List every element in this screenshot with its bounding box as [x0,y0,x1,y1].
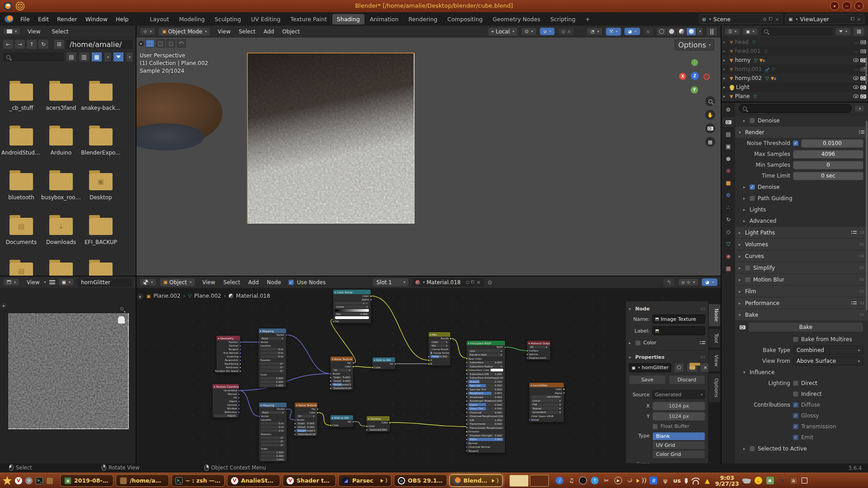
node-row[interactable]: 0 m [259,422,287,425]
material-name-field[interactable]: ▾ Material.018 ⬠ ⧠ × [412,278,484,287]
gizmos-toggle[interactable]: ⤧▾ [606,28,621,36]
properties-options-dropdown[interactable]: ▾ [854,105,864,112]
disclosure-icon[interactable]: ▸ [723,49,728,53]
input-socket[interactable] [466,404,468,406]
unlink-icon[interactable]: × [775,16,779,23]
node-row[interactable]: Emission [467,430,505,434]
node-row[interactable]: Metallic0.335 [467,380,505,384]
go-parent-button[interactable]: ↰ [663,278,675,287]
input-socket[interactable] [330,387,332,389]
task-button-parsec[interactable]: ◢Parsec) [338,474,392,487]
output-socket[interactable] [239,345,241,347]
node-row[interactable]: Subsurface IOR1.400 [467,372,505,376]
proportional-edit-toggle[interactable]: ◎∧ [558,28,574,35]
node-row[interactable]: Alpha1.000 [467,437,505,441]
node-row[interactable]: Repeat▾ [529,407,564,411]
node-row[interactable]: Clearcoat Roughness0.030 [467,414,505,418]
panel-header-curves[interactable]: ▸Curves [735,250,868,262]
node-field[interactable]: Subsurface IOR1.400 [468,372,503,375]
input-socket[interactable] [466,408,468,410]
colorramp-gradient[interactable] [335,309,369,312]
node-field[interactable]: Detail2.000 [332,380,351,382]
n-panel-tab-options[interactable]: Options [708,373,721,402]
node-header[interactable]: ▾ hornGlitter [529,383,564,387]
tab-animation[interactable]: Animation [365,14,403,24]
disclosure-icon[interactable]: ▸ [723,58,728,62]
shade-button[interactable]: ▾ [830,1,839,10]
snap-node-toggle[interactable]: ∪⊹▾ [678,278,699,286]
node-row[interactable]: Linear▾ [529,399,564,403]
task-button--zsh-k-[interactable]: >_~ : zsh — K... [171,474,225,487]
shader-menu-node[interactable]: Node [263,277,285,287]
panel-header-volumes[interactable]: ▸Volumes [735,238,868,250]
node-row[interactable]: Val [330,420,353,423]
node-row[interactable]: 0 m [259,351,286,355]
input-socket[interactable] [466,438,468,441]
node-row[interactable]: Fac [333,319,371,323]
grip-icon[interactable] [700,356,705,359]
node-colorramp[interactable]: ▾ Color RampColorAlpha+ −Linear▾Pos0.080… [333,289,371,324]
node-field[interactable]: 1.000 [260,380,284,383]
zoom-badge[interactable] [118,305,126,313]
node-select[interactable]: 3D▾ [332,369,351,371]
launcher-archive[interactable] [46,477,53,484]
node-slider[interactable]: Sheen Tint0.500 [468,407,503,410]
output-socket[interactable] [563,392,565,394]
filter-dropdown[interactable]: ▾ [126,52,133,62]
node-field[interactable]: + − [335,302,369,305]
node-slider[interactable]: Alpha1.000 [468,438,503,441]
node-field[interactable]: 0° [260,362,284,365]
input-socket[interactable] [466,380,468,383]
input-socket[interactable] [466,396,468,398]
prop-checkbox[interactable]: ✓ [793,424,798,429]
visibility-eye-icon[interactable] [854,50,859,52]
editor-type-button[interactable]: ▾ [140,278,156,286]
node-field[interactable]: Pos0.080 [335,313,369,315]
output-socket[interactable] [370,299,372,301]
node-row[interactable]: Point▾ [259,411,287,414]
node-row[interactable]: True Normal [217,351,240,355]
properties-tab-object[interactable]: ■ [723,178,734,188]
node-field[interactable]: Anisotropic Rotation0.000 [468,399,503,403]
node-row[interactable]: Window [212,407,239,410]
gizmo-axis-x[interactable]: X [679,73,686,80]
node-row[interactable]: Transmission Roughness0.000 [467,426,505,430]
subpanel-checkbox[interactable]: ✓ [750,184,755,190]
view-thumbnail-button[interactable]: ▦ [91,52,102,62]
menu-edit[interactable]: Edit [34,14,53,24]
up-button[interactable]: ↑ [26,39,37,49]
gizmo-axis-z[interactable]: Z [691,72,699,80]
node-row[interactable]: Color [373,366,395,369]
node-mapping1[interactable]: ▾ MappingVectorPoint▾VectorLocation0 m0 … [258,328,287,388]
node-row[interactable]: Displacement [527,356,550,360]
disclosure-icon[interactable]: ▸ [723,76,728,80]
tray-music-icon[interactable]: ♫ [567,477,575,484]
node-field[interactable]: 1.000 [260,384,284,387]
object-name[interactable]: horny.002 [735,75,762,81]
node-field[interactable]: 0 m [261,422,285,425]
node-row[interactable]: Point▾ [259,337,286,340]
output-socket[interactable] [286,408,288,410]
tab-scripting[interactable]: Scripting [546,14,580,24]
output-socket[interactable] [370,295,372,297]
node-row[interactable]: Flat▾ [529,403,564,407]
prop-value-field[interactable]: 0 [793,161,863,169]
node-row[interactable]: Object [212,399,239,403]
folder-item[interactable]: BlenderExpo... [81,128,121,156]
node-row[interactable]: Normal [212,392,239,396]
node-header[interactable]: ▾ Principled BSDF [467,341,505,345]
tray-warn-icon[interactable]: ▲ [703,477,711,484]
visibility-eye-icon[interactable] [853,85,859,89]
output-socket[interactable] [394,363,396,365]
node-row[interactable]: Volume [527,352,550,356]
node-field[interactable]: Scale5.000 [297,422,316,425]
menu-render[interactable]: Render [53,14,81,24]
output-socket[interactable] [352,421,354,423]
output-socket[interactable] [238,411,240,413]
outliner-scrollbar[interactable] [865,57,867,84]
outliner-row[interactable]: ▸▼head.001▽ [722,47,868,56]
outliner-row[interactable]: ▸▼head▽ [722,38,868,47]
tray-cloud-icon[interactable] [743,479,750,483]
folder-item[interactable]: ↓Downloads [41,218,81,245]
node-name-field[interactable]: ⬒Image Texture [652,314,705,324]
